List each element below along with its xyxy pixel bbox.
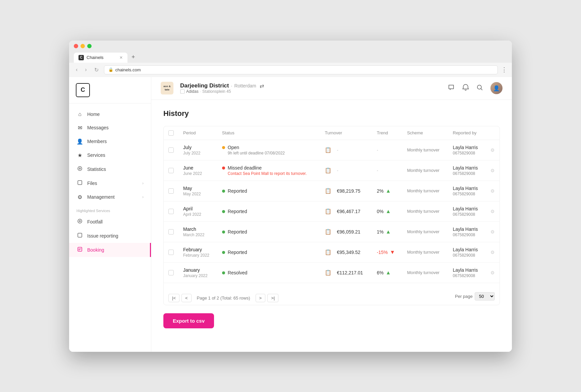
- sidebar-item-label: Issue reporting: [87, 233, 144, 239]
- browser-tab-chainels[interactable]: C Chainels ✕: [74, 53, 127, 63]
- maximize-dot[interactable]: [87, 44, 92, 48]
- row-settings-icon[interactable]: ⚙: [490, 188, 495, 194]
- row-settings: ⚙: [486, 160, 499, 181]
- row-checkbox[interactable]: [168, 147, 174, 153]
- row-settings-icon[interactable]: ⚙: [490, 168, 495, 173]
- row-status: Resolved: [217, 262, 320, 283]
- col-turnover: Turnover: [320, 126, 372, 140]
- brand-icon: [180, 89, 185, 94]
- sidebar-nav: ⌂ Home ✉ Messages 👤 Members ★ Services: [69, 104, 151, 352]
- row-settings-icon[interactable]: ⚙: [490, 270, 495, 275]
- sidebar-item-booking[interactable]: Booking: [69, 243, 151, 257]
- row-status: Reported: [217, 201, 320, 221]
- add-tab-button[interactable]: +: [128, 52, 139, 63]
- first-page-button[interactable]: |<: [168, 294, 179, 302]
- notifications-button[interactable]: [462, 84, 469, 93]
- row-status: Reported: [217, 221, 320, 242]
- lock-icon: 🔒: [108, 67, 113, 72]
- prev-page-button[interactable]: <: [181, 294, 192, 302]
- sidebar-item-label: Booking: [87, 247, 143, 253]
- table-body: July July 2022 Open 9h left until deadli…: [164, 140, 499, 283]
- svg-point-0: [78, 167, 82, 171]
- row-settings: ⚙: [486, 181, 499, 201]
- sidebar: C ⌂ Home ✉ Messages 👤 Members ★ Services: [69, 77, 151, 352]
- sidebar-item-home[interactable]: ⌂ Home: [69, 108, 151, 121]
- row-settings-icon[interactable]: ⚙: [490, 229, 495, 235]
- select-all-header: [164, 126, 178, 140]
- row-status: Open 9h left until deadline 07/08/2022: [217, 140, 320, 160]
- user-avatar[interactable]: 👤: [490, 82, 503, 94]
- row-trend: 2% ▲: [372, 181, 402, 201]
- back-button[interactable]: ‹: [74, 66, 80, 73]
- row-checkbox-cell: [164, 201, 178, 221]
- tab-title: Chainels: [87, 55, 104, 60]
- select-all-checkbox[interactable]: [168, 130, 174, 136]
- row-turnover: 📋-: [320, 140, 372, 160]
- sidebar-item-issue-reporting[interactable]: Issue reporting: [69, 229, 151, 243]
- sidebar-item-members[interactable]: 👤 Members: [69, 135, 151, 148]
- close-dot[interactable]: [74, 44, 78, 48]
- col-scheme: Scheme: [402, 126, 448, 140]
- refresh-button[interactable]: ⇄: [260, 83, 264, 89]
- row-checkbox[interactable]: [168, 209, 174, 214]
- sidebar-item-statistics[interactable]: Statistics: [69, 162, 151, 176]
- row-turnover: 📋€95,349.52: [320, 242, 372, 262]
- minimize-dot[interactable]: [81, 44, 85, 48]
- row-settings-icon[interactable]: ⚙: [490, 250, 495, 255]
- sidebar-item-footfall[interactable]: Footfall: [69, 215, 151, 229]
- row-trend: -: [372, 140, 402, 160]
- row-checkbox[interactable]: [168, 229, 174, 235]
- row-turnover: 📋€112,217.01: [320, 262, 372, 283]
- header-actions: 👤: [447, 82, 503, 94]
- close-tab-button[interactable]: ✕: [119, 55, 123, 60]
- row-checkbox[interactable]: [168, 270, 174, 275]
- row-scheme: Monthly turnover: [402, 221, 448, 242]
- row-scheme: Monthly turnover: [402, 160, 448, 181]
- tab-favicon: C: [78, 55, 84, 60]
- per-page-select[interactable]: 50 25 100: [475, 292, 495, 301]
- row-settings-icon[interactable]: ⚙: [490, 209, 495, 214]
- row-period: April April 2022: [178, 201, 217, 221]
- row-scheme: Monthly turnover: [402, 181, 448, 201]
- row-checkbox[interactable]: [168, 250, 174, 255]
- row-trend: 1% ▲: [372, 221, 402, 242]
- row-settings-icon[interactable]: ⚙: [490, 147, 495, 153]
- forward-button[interactable]: ›: [83, 66, 89, 73]
- browser-toolbar: ‹ › ↻ 🔒 chainels.com ⋮: [69, 63, 512, 77]
- export-csv-button[interactable]: Export to csv: [163, 313, 214, 328]
- right-panel: ace & tate Darjeeling District · Rotterd…: [151, 77, 512, 352]
- table-row: May May 2022 Reported 📋€98,219.75 2% ▲ M…: [164, 181, 499, 201]
- sidebar-item-label: Members: [87, 139, 144, 144]
- row-checkbox[interactable]: [168, 168, 174, 173]
- row-settings: ⚙: [486, 140, 499, 160]
- sidebar-item-services[interactable]: ★ Services: [69, 148, 151, 162]
- browser-menu-button[interactable]: ⋮: [501, 66, 507, 73]
- chat-button[interactable]: [447, 84, 455, 93]
- row-checkbox[interactable]: [168, 188, 174, 194]
- browser-chrome: C Chainels ✕ +: [69, 41, 512, 63]
- messages-icon: ✉: [76, 125, 83, 131]
- sub-brand: Adidas: [186, 89, 199, 94]
- sidebar-item-label: Management: [87, 194, 138, 200]
- address-bar[interactable]: 🔒 chainels.com: [104, 65, 498, 74]
- svg-rect-6: [78, 247, 82, 251]
- row-trend: -15% ▼: [372, 242, 402, 262]
- reload-button[interactable]: ↻: [92, 66, 101, 74]
- sidebar-item-messages[interactable]: ✉ Messages: [69, 121, 151, 135]
- browser-tabs: C Chainels ✕ +: [74, 52, 507, 63]
- row-trend: 0% ▲: [372, 201, 402, 221]
- row-period: June June 2022: [178, 160, 217, 181]
- table-row: July July 2022 Open 9h left until deadli…: [164, 140, 499, 160]
- sidebar-item-files[interactable]: Files ›: [69, 176, 151, 190]
- sidebar-item-management[interactable]: ⚙ Management ›: [69, 190, 151, 204]
- table-row: January January 2022 Resolved 📋€112,217.…: [164, 262, 499, 283]
- main-content: History Period Status Turnover: [151, 100, 512, 352]
- next-page-button[interactable]: >: [256, 294, 266, 302]
- last-page-button[interactable]: >|: [267, 294, 278, 302]
- search-button[interactable]: [476, 84, 483, 92]
- table-row: February February 2022 Reported 📋€95,349…: [164, 242, 499, 262]
- url-display: chainels.com: [115, 67, 141, 72]
- sidebar-logo: C: [69, 77, 151, 104]
- statistics-icon: [76, 166, 83, 173]
- members-icon: 👤: [76, 138, 83, 145]
